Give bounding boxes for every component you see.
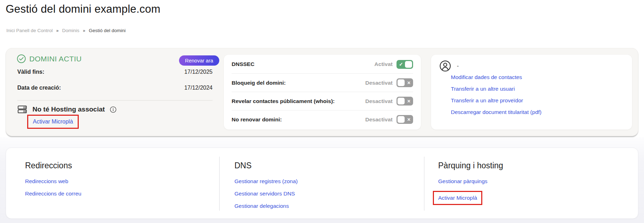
domain-status-label: DOMINI ACTIU bbox=[29, 55, 82, 63]
section-dns: DNS Gestionar registres (zona) Gestionar… bbox=[234, 161, 298, 215]
section-title: DNS bbox=[234, 161, 298, 170]
owner-row: - bbox=[439, 60, 459, 72]
breadcrumb-item-home[interactable]: Inici Panell de Control bbox=[6, 28, 53, 33]
check-circle-icon bbox=[17, 54, 26, 64]
setting-row-domain-lock: Bloqueig del domini: Desactivat ✕ bbox=[232, 73, 413, 92]
toggle-knob bbox=[398, 79, 405, 86]
contact-links: Modificar dades de contactes Transferir … bbox=[451, 71, 542, 118]
toggle-knob bbox=[405, 61, 412, 68]
section-title: Pàrquing i hosting bbox=[438, 161, 503, 170]
owner-name: - bbox=[457, 63, 459, 69]
setting-state-text: Desactivat bbox=[365, 116, 393, 123]
activate-microplan-link[interactable]: Activar Microplà bbox=[33, 119, 73, 125]
mail-redirections-link[interactable]: Redireccions de correu bbox=[25, 191, 81, 197]
transfer-user-link[interactable]: Transferir a un altre usuari bbox=[451, 83, 542, 95]
info-icon[interactable] bbox=[109, 106, 117, 113]
download-ownership-pdf-link[interactable]: Descarregar document titularitat (pdf) bbox=[451, 106, 542, 118]
activate-microplan-link[interactable]: Activar Microplà bbox=[438, 195, 477, 201]
valid-until-row: Vàlid fins: 17/12/2025 bbox=[17, 69, 213, 75]
breadcrumb: Inici Panell de Control » Dominis » Gest… bbox=[6, 28, 126, 33]
section-title: Redireccions bbox=[25, 161, 81, 170]
breadcrumb-separator: » bbox=[56, 28, 59, 33]
check-icon: ✓ bbox=[399, 61, 403, 67]
section-redirections: Redireccions Redireccions web Redireccio… bbox=[25, 161, 81, 203]
highlight-box: Activar Microplà bbox=[27, 115, 79, 129]
manage-zone-records-link[interactable]: Gestionar registres (zona) bbox=[234, 178, 298, 185]
valid-until-label: Vàlid fins: bbox=[17, 69, 44, 75]
x-icon: ✕ bbox=[407, 80, 411, 85]
creation-date-value: 17/12/2024 bbox=[184, 85, 213, 91]
manage-dns-servers-link[interactable]: Gestionar servidors DNS bbox=[234, 191, 298, 197]
x-icon: ✕ bbox=[407, 117, 411, 122]
x-icon: ✕ bbox=[407, 98, 411, 103]
web-redirections-link[interactable]: Redireccions web bbox=[25, 178, 81, 185]
vertical-divider bbox=[424, 157, 424, 211]
server-icon bbox=[17, 104, 28, 115]
domain-lock-toggle[interactable]: ✕ bbox=[396, 78, 413, 87]
renew-now-button[interactable]: Renovar ara bbox=[179, 55, 219, 66]
setting-state-text: Desactivat bbox=[365, 98, 393, 104]
valid-until-value: 17/12/2025 bbox=[184, 69, 213, 75]
toggle-knob bbox=[398, 116, 405, 123]
hosting-status-text: No té Hosting associat bbox=[32, 106, 105, 113]
setting-row-dnssec: DNSSEC Activat ✓ bbox=[232, 55, 413, 73]
section-parking-hosting: Pàrquing i hosting Gestionar pàrquings A… bbox=[438, 161, 503, 205]
transfer-provider-link[interactable]: Transferir a un altre proveïdor bbox=[451, 95, 542, 106]
setting-label: Revelar contactes públicament (whois): bbox=[232, 98, 335, 104]
setting-label: DNSSEC bbox=[232, 61, 255, 67]
person-icon bbox=[439, 60, 452, 72]
setting-state-text: Activat bbox=[374, 61, 393, 67]
domain-status: DOMINI ACTIU bbox=[17, 54, 82, 64]
breadcrumb-separator: » bbox=[83, 28, 85, 33]
highlight-box: Activar Microplà bbox=[433, 191, 482, 205]
setting-state-text: Desactivat bbox=[365, 80, 393, 86]
toggle-knob bbox=[398, 98, 405, 104]
whois-toggle[interactable]: ✕ bbox=[396, 97, 413, 106]
manage-parkings-link[interactable]: Gestionar pàrquings bbox=[438, 178, 503, 185]
contact-card: - Modificar dades de contactes Transferi… bbox=[431, 55, 632, 129]
setting-label: No renovar domini: bbox=[232, 116, 282, 123]
domain-settings-card: DNSSEC Activat ✓ Bloqueig del domini: De… bbox=[224, 55, 421, 129]
hosting-status-row: No té Hosting associat bbox=[17, 104, 117, 115]
creation-date-label: Data de creació: bbox=[17, 85, 61, 91]
breadcrumb-item-current: Gestió del domini bbox=[89, 28, 125, 33]
horizontal-divider bbox=[17, 100, 213, 101]
setting-row-no-renew: No renovar domini: Desactivat ✕ bbox=[232, 110, 413, 128]
dnssec-toggle[interactable]: ✓ bbox=[396, 60, 413, 69]
modify-contacts-link[interactable]: Modificar dades de contactes bbox=[451, 71, 542, 83]
manage-delegations-link[interactable]: Gestionar delegacions bbox=[234, 203, 298, 209]
vertical-divider bbox=[219, 157, 220, 211]
setting-label: Bloqueig del domini: bbox=[232, 80, 286, 86]
creation-date-row: Data de creació: 17/12/2024 bbox=[17, 85, 213, 91]
breadcrumb-item-domains[interactable]: Dominis bbox=[62, 28, 79, 33]
setting-row-whois: Revelar contactes públicament (whois): D… bbox=[232, 92, 413, 110]
page-title: Gestió del domini example.com bbox=[6, 3, 160, 16]
management-card: Redireccions Redireccions web Redireccio… bbox=[6, 147, 638, 219]
no-renew-toggle[interactable]: ✕ bbox=[396, 115, 413, 124]
